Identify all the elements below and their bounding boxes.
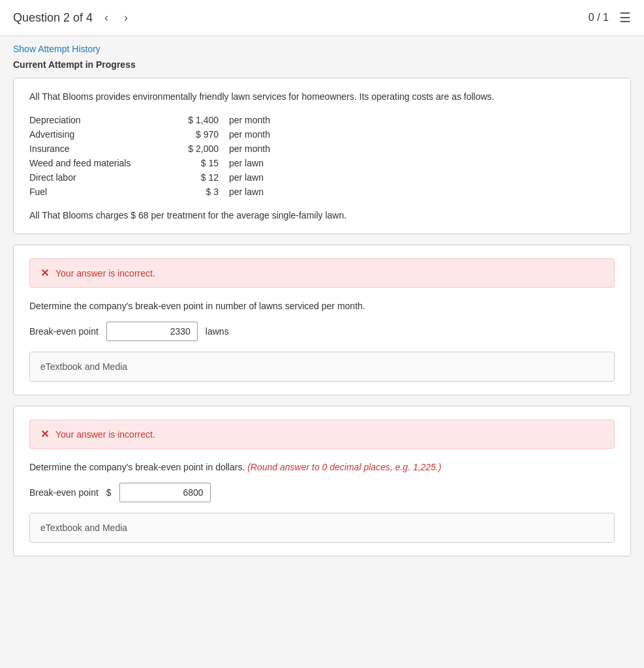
cost-table: Depreciation $ 1,400 per month Advertisi… [29, 115, 615, 197]
q1-etextbook-box[interactable]: eTextbook and Media [29, 352, 615, 382]
page-header: Question 2 of 4 ‹ › 0 / 1 ☰ [0, 0, 644, 36]
cost-amount: $ 2,000 [160, 144, 219, 154]
question2-section: ✕ Your answer is incorrect. Determine th… [13, 406, 631, 556]
current-attempt-label: Current Attempt in Progress [13, 59, 631, 70]
q2-dollar-sign: $ [106, 487, 112, 498]
q1-incorrect-text: Your answer is incorrect. [55, 268, 155, 279]
cost-name: Direct labor [29, 172, 160, 183]
cost-amount: $ 15 [160, 158, 219, 168]
cost-row: Fuel $ 3 per lawn [29, 187, 615, 197]
q1-answer-unit: lawns [206, 326, 229, 337]
cost-name: Insurance [29, 144, 160, 154]
cost-amount: $ 970 [160, 129, 219, 140]
q2-answer-row: Break-even point $ [29, 483, 615, 502]
next-arrow-button[interactable]: › [120, 10, 132, 26]
cost-name: Depreciation [29, 115, 160, 125]
q1-x-icon: ✕ [40, 267, 49, 279]
header-left: Question 2 of 4 ‹ › [13, 10, 132, 26]
cost-period: per month [229, 144, 270, 154]
q2-incorrect-banner: ✕ Your answer is incorrect. [29, 419, 615, 449]
q2-answer-input[interactable] [119, 483, 211, 502]
header-right: 0 / 1 ☰ [589, 10, 631, 25]
prev-arrow-button[interactable]: ‹ [100, 10, 112, 26]
q1-question-text: Determine the company's break-even point… [29, 301, 615, 311]
q1-answer-label: Break-even point [29, 326, 99, 337]
show-attempt-link[interactable]: Show Attempt History [13, 44, 100, 54]
problem-intro: All That Blooms provides environmentally… [29, 91, 615, 102]
score-label: 0 / 1 [589, 12, 609, 23]
cost-period: per lawn [229, 187, 264, 197]
q2-round-note: (Round answer to 0 decimal places, e.g. … [247, 462, 441, 472]
problem-charge: All That Blooms charges $ 68 per treatme… [29, 210, 615, 220]
cost-name: Fuel [29, 187, 160, 197]
cost-period: per month [229, 129, 270, 140]
cost-row: Advertising $ 970 per month [29, 129, 615, 140]
cost-period: per lawn [229, 172, 264, 183]
cost-period: per lawn [229, 158, 264, 168]
problem-box: All That Blooms provides environmentally… [13, 78, 631, 234]
q2-question-text: Determine the company's break-even point… [29, 462, 615, 472]
q1-answer-input[interactable] [106, 322, 198, 341]
list-icon[interactable]: ☰ [619, 10, 631, 25]
q2-question-main: Determine the company's break-even point… [29, 462, 245, 472]
cost-name: Weed and feed materials [29, 158, 160, 168]
cost-amount: $ 3 [160, 187, 219, 197]
cost-row: Weed and feed materials $ 15 per lawn [29, 158, 615, 168]
q2-x-icon: ✕ [40, 428, 49, 440]
q2-answer-label: Break-even point [29, 487, 99, 498]
cost-row: Insurance $ 2,000 per month [29, 144, 615, 154]
question-label: Question 2 of 4 [13, 11, 93, 25]
q1-answer-row: Break-even point lawns [29, 322, 615, 341]
cost-period: per month [229, 115, 270, 125]
content-area: Show Attempt History Current Attempt in … [0, 36, 644, 575]
q2-incorrect-text: Your answer is incorrect. [55, 429, 155, 440]
q2-etextbook-box[interactable]: eTextbook and Media [29, 513, 615, 543]
cost-name: Advertising [29, 129, 160, 140]
cost-amount: $ 1,400 [160, 115, 219, 125]
cost-amount: $ 12 [160, 172, 219, 183]
question1-section: ✕ Your answer is incorrect. Determine th… [13, 245, 631, 395]
cost-row: Direct labor $ 12 per lawn [29, 172, 615, 183]
q1-incorrect-banner: ✕ Your answer is incorrect. [29, 258, 615, 288]
cost-row: Depreciation $ 1,400 per month [29, 115, 615, 125]
